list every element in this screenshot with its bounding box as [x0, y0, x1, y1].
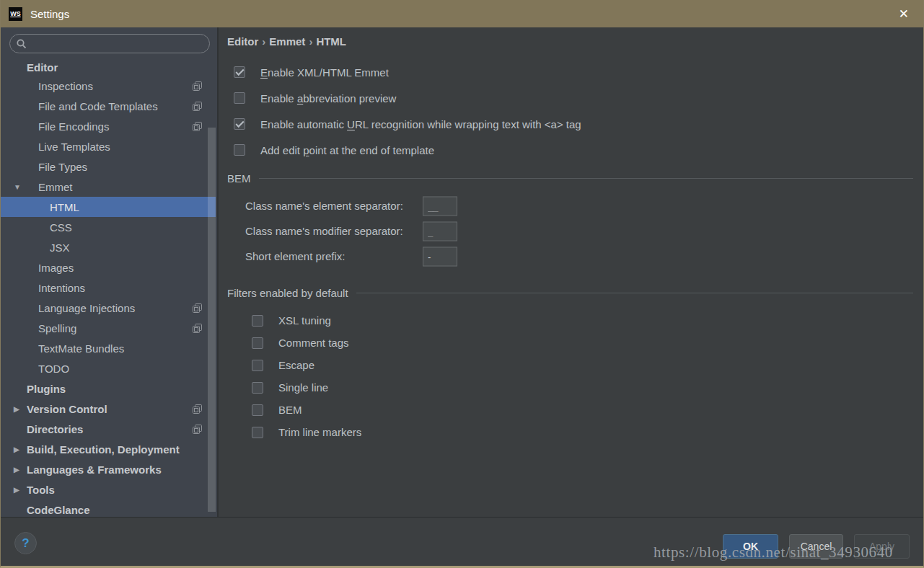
chevron-right-icon[interactable]: ▶: [14, 445, 24, 453]
settings-tree: EditorInspections File and Code Template…: [1, 58, 216, 520]
sidebar-item-build-execution-deployment[interactable]: ▶Build, Execution, Deployment: [1, 439, 216, 459]
sidebar-item-file-encodings[interactable]: File Encodings: [1, 116, 216, 136]
option-checkbox[interactable]: [234, 144, 245, 156]
copy-icon: [193, 102, 202, 111]
sidebar-item-label: File Encodings: [38, 120, 109, 133]
filters-group: XSL tuningComment tagsEscapeSingle lineB…: [219, 309, 923, 443]
chevron-right-icon[interactable]: ▶: [14, 405, 24, 413]
chevron-right-icon[interactable]: ▶: [14, 486, 24, 494]
webstorm-logo-icon: WS: [9, 7, 22, 21]
filter-label: Single line: [278, 381, 328, 394]
sidebar-item-label: Plugins: [27, 383, 66, 395]
filter-checkbox[interactable]: [252, 382, 263, 394]
filter-checkbox[interactable]: [252, 337, 263, 349]
section-divider: [259, 178, 913, 179]
filter-checkbox[interactable]: [252, 404, 263, 416]
sidebar-item-label: HTML: [50, 201, 79, 213]
bem-field-input-2[interactable]: [423, 247, 457, 266]
bem-field-row-class-name-s-element-separator: Class name's element separator:: [219, 193, 923, 218]
bem-fields-group: Class name's element separator:Class nam…: [219, 193, 923, 269]
sidebar-item-jsx[interactable]: JSX: [1, 237, 216, 257]
bem-field-label: Short element prefix:: [245, 250, 345, 262]
cancel-button[interactable]: Cancel: [789, 534, 843, 559]
sidebar-item-emmet[interactable]: ▼Emmet: [1, 177, 216, 197]
sidebar-item-inspections[interactable]: Inspections: [1, 76, 216, 96]
ok-button[interactable]: OK: [723, 534, 778, 559]
breadcrumb-separator: ›: [258, 35, 269, 48]
apply-button[interactable]: Apply: [854, 534, 910, 559]
bem-field-input-1[interactable]: [423, 221, 457, 241]
sidebar-item-directories[interactable]: Directories: [1, 419, 216, 439]
copy-icon: [193, 425, 202, 434]
sidebar-item-intentions[interactable]: Intentions: [1, 278, 216, 298]
filter-row-trim-line-markers[interactable]: Trim line markers: [219, 421, 923, 443]
sidebar-item-label: Language Injections: [38, 302, 135, 314]
sidebar-item-todo[interactable]: TODO: [1, 358, 216, 378]
filters-section-title: Filters enabled by default: [227, 287, 348, 299]
bem-section-header: BEM: [219, 163, 923, 193]
filters-section-header: Filters enabled by default: [219, 278, 923, 307]
close-icon[interactable]: ✕: [894, 6, 913, 22]
sidebar-item-label: File Types: [38, 161, 87, 173]
filter-checkbox[interactable]: [252, 360, 263, 371]
sidebar-item-language-injections[interactable]: Language Injections: [1, 298, 216, 318]
sidebar-item-label: Tools: [27, 484, 55, 496]
chevron-down-icon[interactable]: ▼: [14, 183, 24, 191]
filter-label: Trim line markers: [278, 426, 361, 438]
sidebar-item-label: JSX: [50, 241, 70, 254]
option-label: Add edit point at the end of template: [260, 144, 434, 156]
option-label: Enable XML/HTML Emmet: [260, 66, 389, 79]
sidebar-item-css[interactable]: CSS: [1, 217, 216, 237]
sidebar-item-live-templates[interactable]: Live Templates: [1, 136, 216, 156]
bem-field-label: Class name's modifier separator:: [245, 225, 403, 237]
sidebar-item-label: Images: [38, 262, 74, 274]
filter-label: BEM: [278, 404, 302, 416]
filter-row-xsl-tuning[interactable]: XSL tuning: [219, 309, 923, 332]
sidebar-item-editor[interactable]: Editor: [1, 58, 216, 76]
sidebar-item-version-control[interactable]: ▶Version Control: [1, 399, 216, 419]
sidebar-item-label: Intentions: [38, 282, 85, 294]
help-button[interactable]: ?: [14, 532, 37, 554]
sidebar-item-file-types[interactable]: File Types: [1, 156, 216, 177]
filter-row-single-line[interactable]: Single line: [219, 376, 923, 399]
help-question-icon: ?: [22, 536, 29, 551]
copy-icon: [193, 81, 202, 91]
filter-label: XSL tuning: [278, 314, 331, 327]
filter-checkbox[interactable]: [252, 315, 263, 327]
sidebar-item-label: Directories: [27, 423, 83, 435]
sidebar-item-spelling[interactable]: Spelling: [1, 318, 216, 338]
sidebar-item-images[interactable]: Images: [1, 257, 216, 278]
sidebar-item-html[interactable]: HTML: [1, 197, 216, 217]
settings-dialog: WS Settings ✕ EditorInspections File and…: [0, 0, 924, 568]
sidebar-item-tools[interactable]: ▶Tools: [1, 479, 216, 500]
option-row-enable-automatic-url-recognition-while-wrapping-text-with-a-tag[interactable]: Enable automatic URL recognition while w…: [219, 111, 923, 137]
sidebar-item-textmate-bundles[interactable]: TextMate Bundles: [1, 338, 216, 358]
sidebar-item-label: Build, Execution, Deployment: [27, 443, 180, 456]
breadcrumb-html: HTML: [316, 35, 346, 48]
search-input[interactable]: [32, 38, 203, 49]
option-row-add-edit-point-at-the-end-of-template[interactable]: Add edit point at the end of template: [219, 137, 923, 163]
filter-row-bem[interactable]: BEM: [219, 399, 923, 421]
sidebar-item-file-and-code-templates[interactable]: File and Code Templates: [1, 96, 216, 116]
filter-row-comment-tags[interactable]: Comment tags: [219, 332, 923, 354]
sidebar-item-label: CodeGlance: [27, 504, 90, 516]
option-checkbox[interactable]: [234, 66, 245, 78]
search-box[interactable]: [9, 34, 210, 53]
sidebar-item-label: TextMate Bundles: [38, 342, 124, 355]
sidebar-item-label: TODO: [38, 363, 69, 375]
option-row-enable-abbreviation-preview[interactable]: Enable abbreviation preview: [219, 85, 923, 111]
sidebar-item-languages-frameworks[interactable]: ▶Languages & Frameworks: [1, 459, 216, 479]
section-divider: [356, 293, 913, 293]
filter-checkbox[interactable]: [252, 427, 263, 438]
option-checkbox[interactable]: [234, 92, 245, 104]
bem-field-input-0[interactable]: [423, 196, 457, 216]
option-checkbox[interactable]: [234, 118, 245, 130]
option-row-enable-xml-html-emmet[interactable]: Enable XML/HTML Emmet: [219, 59, 923, 85]
sidebar-scrollbar-thumb[interactable]: [208, 128, 216, 512]
sidebar-item-plugins[interactable]: Plugins: [1, 378, 216, 399]
filter-row-escape[interactable]: Escape: [219, 354, 923, 376]
window-title: Settings: [30, 8, 69, 20]
bem-field-row-class-name-s-modifier-separator: Class name's modifier separator:: [219, 218, 923, 244]
sidebar-item-label: File and Code Templates: [38, 100, 158, 112]
chevron-right-icon[interactable]: ▶: [14, 466, 24, 474]
